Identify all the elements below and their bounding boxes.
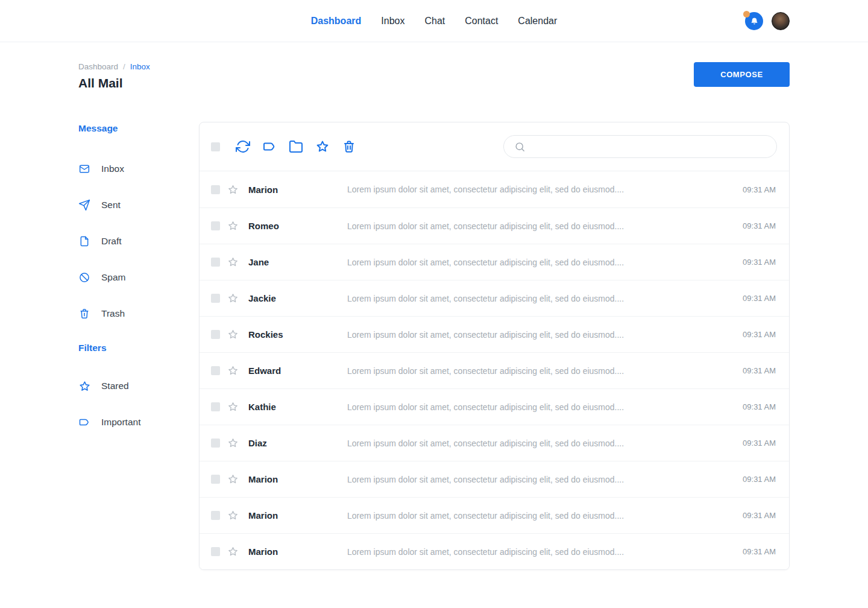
timestamp: 09:31 AM [743, 330, 776, 339]
mail-row[interactable]: Romeo Lorem ipsum dolor sit amet, consec… [200, 207, 789, 244]
row-checkbox[interactable] [211, 294, 220, 303]
sender-name: Marion [248, 510, 347, 521]
refresh-icon[interactable] [236, 139, 250, 154]
sidebar-section-filters: Filters [78, 343, 199, 353]
row-checkbox[interactable] [211, 439, 220, 448]
star-icon[interactable] [227, 184, 239, 195]
sidebar-item-label: Sent [101, 200, 121, 211]
sidebar-item-label: Important [101, 417, 140, 428]
message-preview: Lorem ipsum dolor sit amet, consectetur … [347, 258, 743, 267]
label-icon[interactable] [262, 139, 277, 154]
sender-name: Marion [248, 185, 347, 195]
mail-row[interactable]: Marion Lorem ipsum dolor sit amet, conse… [200, 461, 789, 497]
star-icon[interactable] [227, 329, 239, 340]
sender-name: Diaz [248, 438, 347, 448]
select-all-checkbox[interactable] [211, 142, 220, 151]
bell-notification-icon[interactable] [745, 12, 763, 30]
nav-inbox[interactable]: Inbox [381, 16, 404, 27]
mail-row[interactable]: Kathie Lorem ipsum dolor sit amet, conse… [200, 388, 789, 425]
message-preview: Lorem ipsum dolor sit amet, consectetur … [347, 475, 743, 484]
nav-dashboard[interactable]: Dashboard [311, 16, 362, 27]
row-checkbox[interactable] [211, 511, 220, 520]
sender-name: Romeo [248, 221, 347, 231]
row-checkbox[interactable] [211, 330, 220, 339]
star-icon[interactable] [227, 401, 239, 413]
star-icon[interactable] [315, 139, 330, 154]
content: Message Inbox Sent [78, 122, 790, 606]
row-checkbox[interactable] [211, 475, 220, 484]
sidebar-item-label: Draft [101, 236, 122, 247]
star-icon[interactable] [227, 437, 239, 449]
star-icon[interactable] [227, 546, 239, 557]
mail-row[interactable]: Marion Lorem ipsum dolor sit amet, conse… [200, 533, 789, 569]
nav-chat[interactable]: Chat [424, 16, 445, 27]
mail-row[interactable]: Jackie Lorem ipsum dolor sit amet, conse… [200, 280, 789, 316]
sidebar-section-message: Message [78, 123, 199, 134]
mail-row[interactable]: Jane Lorem ipsum dolor sit amet, consect… [200, 244, 789, 280]
row-checkbox[interactable] [211, 185, 220, 194]
nav-contact[interactable]: Contact [465, 16, 498, 27]
page-title: All Mail [78, 76, 150, 90]
message-preview: Lorem ipsum dolor sit amet, consectetur … [347, 402, 743, 412]
timestamp: 09:31 AM [743, 294, 776, 303]
star-icon[interactable] [227, 293, 239, 304]
star-icon[interactable] [227, 510, 239, 521]
breadcrumb-separator: / [123, 62, 125, 71]
row-checkbox[interactable] [211, 402, 220, 411]
message-preview: Lorem ipsum dolor sit amet, consectetur … [347, 294, 743, 303]
sidebar-item-trash[interactable]: Trash [78, 306, 199, 321]
message-preview: Lorem ipsum dolor sit amet, consectetur … [347, 221, 743, 231]
row-checkbox[interactable] [211, 547, 220, 556]
sidebar-item-label: Inbox [101, 163, 124, 174]
timestamp: 09:31 AM [743, 185, 776, 194]
breadcrumb: Dashboard / Inbox [78, 62, 150, 71]
row-checkbox[interactable] [211, 366, 220, 375]
timestamp: 09:31 AM [743, 511, 776, 520]
paper-plane-icon [78, 199, 90, 211]
folder-icon[interactable] [289, 139, 303, 154]
search-bar[interactable] [503, 135, 777, 158]
mail-row[interactable]: Marion Lorem ipsum dolor sit amet, conse… [200, 497, 789, 533]
timestamp: 09:31 AM [743, 547, 776, 556]
row-checkbox[interactable] [211, 258, 220, 267]
user-avatar[interactable] [772, 12, 790, 30]
page-head: Dashboard / Inbox All Mail COMPOSE [78, 62, 790, 90]
header-actions [745, 0, 790, 42]
sender-name: Kathie [248, 402, 347, 412]
mail-row[interactable]: Rockies Lorem ipsum dolor sit amet, cons… [200, 316, 789, 352]
mail-row[interactable]: Edward Lorem ipsum dolor sit amet, conse… [200, 352, 789, 388]
row-checkbox[interactable] [211, 221, 220, 230]
star-icon[interactable] [227, 220, 239, 232]
timestamp: 09:31 AM [743, 475, 776, 484]
mail-row[interactable]: Diaz Lorem ipsum dolor sit amet, consect… [200, 425, 789, 461]
timestamp: 09:31 AM [743, 258, 776, 267]
sidebar-item-label: Stared [101, 381, 129, 391]
compose-button[interactable]: COMPOSE [694, 62, 790, 87]
trash-icon[interactable] [342, 139, 356, 154]
sender-name: Marion [248, 474, 347, 484]
star-icon[interactable] [227, 473, 239, 485]
title-block: Dashboard / Inbox All Mail [78, 62, 150, 90]
message-preview: Lorem ipsum dolor sit amet, consectetur … [347, 511, 743, 521]
main-nav: Dashboard Inbox Chat Contact Calendar [311, 16, 558, 27]
sidebar-item-spam[interactable]: Spam [78, 270, 199, 285]
ban-icon [78, 271, 90, 283]
search-input[interactable] [531, 142, 768, 151]
nav-calendar[interactable]: Calendar [518, 16, 557, 27]
sender-name: Edward [248, 366, 347, 376]
sidebar-item-label: Trash [101, 308, 125, 319]
timestamp: 09:31 AM [743, 402, 776, 411]
star-icon[interactable] [227, 256, 239, 268]
breadcrumb-inbox[interactable]: Inbox [130, 62, 150, 71]
sidebar-item-stared[interactable]: Stared [78, 379, 199, 393]
mail-toolbar [200, 122, 789, 171]
breadcrumb-dashboard[interactable]: Dashboard [78, 62, 118, 71]
sidebar-item-sent[interactable]: Sent [78, 198, 199, 212]
sender-name: Jane [248, 257, 347, 267]
star-icon[interactable] [227, 365, 239, 376]
label-icon [78, 416, 90, 428]
sidebar-item-draft[interactable]: Draft [78, 234, 199, 249]
mail-row[interactable]: Marion Lorem ipsum dolor sit amet, conse… [200, 171, 789, 207]
sidebar-item-inbox[interactable]: Inbox [78, 162, 199, 176]
sidebar-item-important[interactable]: Important [78, 415, 199, 429]
